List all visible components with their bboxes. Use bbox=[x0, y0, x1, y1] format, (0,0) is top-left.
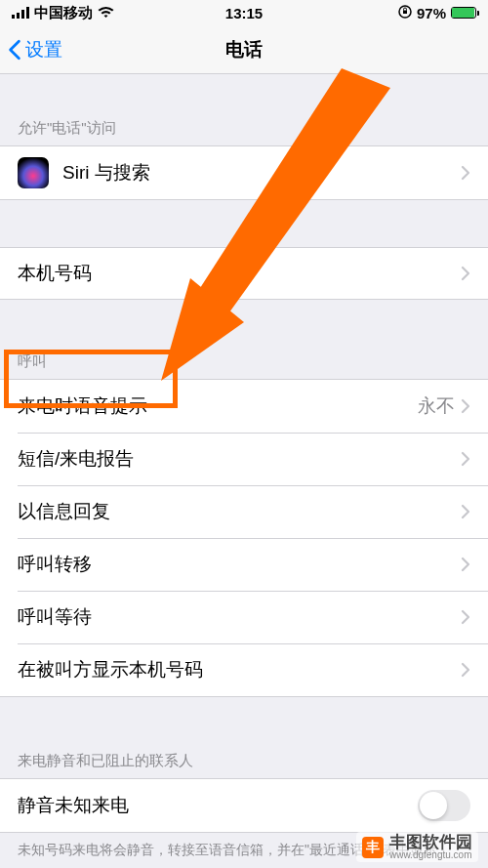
chevron-right-icon bbox=[461, 266, 470, 281]
row-siri-label: Siri 与搜索 bbox=[62, 160, 461, 186]
svg-rect-0 bbox=[12, 15, 15, 19]
watermark-logo-icon: 丰 bbox=[362, 837, 384, 858]
svg-rect-5 bbox=[403, 10, 407, 14]
watermark: 丰 丰图软件园 www.dgfengtu.com bbox=[356, 832, 478, 862]
chevron-left-icon bbox=[8, 39, 21, 61]
row-silence-unknown-label: 静音未知来电 bbox=[18, 793, 418, 818]
row-respond-text-label: 以信息回复 bbox=[18, 499, 461, 524]
chevron-right-icon bbox=[461, 451, 470, 467]
section-header-silence: 来电静音和已阻止的联系人 bbox=[0, 736, 488, 778]
siri-icon bbox=[18, 157, 49, 188]
svg-rect-1 bbox=[17, 13, 20, 19]
nav-bar: 设置 电话 bbox=[0, 25, 488, 74]
watermark-name: 丰图软件园 bbox=[389, 834, 472, 850]
row-my-number-label: 本机号码 bbox=[18, 261, 461, 286]
row-call-waiting-label: 呼叫等待 bbox=[18, 604, 461, 630]
row-show-caller-id-label: 在被叫方显示本机号码 bbox=[18, 657, 461, 682]
row-siri-search[interactable]: Siri 与搜索 bbox=[0, 146, 488, 199]
chevron-right-icon bbox=[461, 504, 470, 519]
section-header-calls: 呼叫 bbox=[0, 337, 488, 379]
back-button[interactable]: 设置 bbox=[8, 37, 62, 62]
battery-percent: 97% bbox=[417, 5, 446, 21]
wifi-icon bbox=[98, 5, 114, 21]
row-sms-report[interactable]: 短信/来电报告 bbox=[0, 433, 488, 485]
svg-rect-3 bbox=[26, 7, 29, 19]
signal-icon bbox=[12, 5, 29, 21]
chevron-right-icon bbox=[461, 165, 470, 181]
status-bar: 中国移动 13:15 97% bbox=[0, 0, 488, 25]
row-call-forwarding[interactable]: 呼叫转移 bbox=[0, 538, 488, 591]
orientation-lock-icon bbox=[398, 5, 412, 21]
chevron-right-icon bbox=[461, 398, 470, 414]
chevron-right-icon bbox=[461, 557, 470, 572]
page-title: 电话 bbox=[225, 37, 263, 62]
clock: 13:15 bbox=[225, 5, 263, 21]
row-call-waiting[interactable]: 呼叫等待 bbox=[0, 591, 488, 643]
row-announce-calls[interactable]: 来电时语音提示 永不 bbox=[0, 380, 488, 433]
svg-rect-2 bbox=[21, 10, 24, 19]
row-sms-report-label: 短信/来电报告 bbox=[18, 446, 461, 472]
row-my-number[interactable]: 本机号码 bbox=[0, 247, 488, 300]
back-label: 设置 bbox=[25, 37, 62, 62]
silence-unknown-toggle[interactable] bbox=[418, 790, 470, 821]
watermark-url: www.dgfengtu.com bbox=[389, 850, 472, 860]
row-respond-text[interactable]: 以信息回复 bbox=[0, 485, 488, 538]
chevron-right-icon bbox=[461, 609, 470, 625]
row-call-forwarding-label: 呼叫转移 bbox=[18, 552, 461, 577]
row-silence-unknown[interactable]: 静音未知来电 bbox=[0, 779, 488, 832]
row-announce-label: 来电时语音提示 bbox=[18, 393, 418, 419]
battery-icon bbox=[451, 7, 476, 19]
carrier-label: 中国移动 bbox=[34, 4, 93, 22]
chevron-right-icon bbox=[461, 662, 470, 678]
section-header-access: 允许"电话"访问 bbox=[0, 103, 488, 145]
row-show-caller-id[interactable]: 在被叫方显示本机号码 bbox=[0, 643, 488, 696]
row-announce-value: 永不 bbox=[418, 393, 455, 419]
